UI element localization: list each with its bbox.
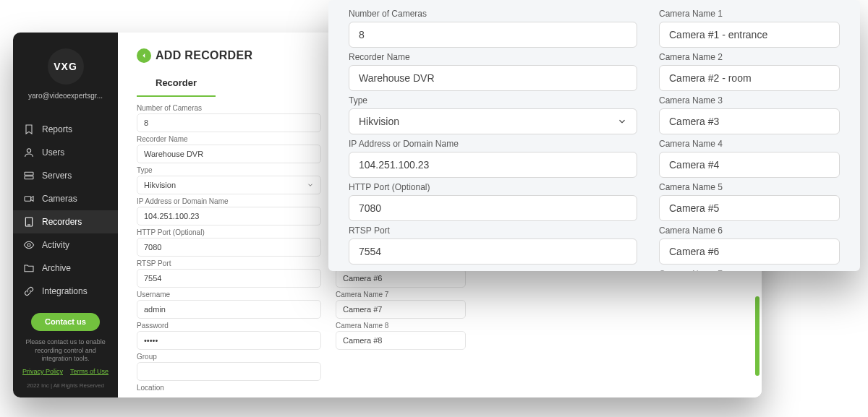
overlay-left-column: Number of Cameras Recorder Name Type Hik… [349,9,637,271]
sidebar-item-label: Users [42,147,64,158]
sidebar-note: Please contact us to enable recording co… [13,338,118,364]
camera-name-label: Camera Name 2 [659,52,840,62]
sidebar-item-label: Archive [42,263,71,273]
camera-name-input[interactable] [659,195,840,221]
type-select[interactable]: Hikvision [349,108,637,134]
scrollbar-thumb[interactable] [755,296,760,376]
folder-icon [23,262,35,274]
account-email: yaro@videoexpertsgr... [28,92,103,100]
overlay-form-panel: Number of Cameras Recorder Name Type Hik… [328,0,860,271]
camera-name-input[interactable] [336,331,466,350]
contact-us-button[interactable]: Contact us [31,313,100,331]
num-cameras-label: Number of Cameras [137,104,321,112]
sidebar-item-servers[interactable]: Servers [13,164,118,187]
camera-name-input[interactable] [659,238,840,265]
num-cameras-label: Number of Cameras [349,9,637,19]
http-port-label: HTTP Port (Optional) [137,228,321,236]
sidebar-item-reports[interactable]: Reports [13,118,118,141]
recorder-name-label: Recorder Name [349,52,637,62]
recorder-icon [23,216,35,228]
http-port-label: HTTP Port (Optional) [349,182,637,192]
sidebar-item-integrations[interactable]: Integrations [13,280,118,303]
camera-name-input[interactable] [336,300,466,319]
password-label: Password [137,322,321,330]
privacy-policy-link[interactable]: Privacy Policy [22,368,63,375]
camera-name-label: Camera Name 8 [336,322,466,330]
camera-name-label: Camera Name 5 [659,182,840,192]
sidebar: VXG yaro@videoexpertsgr... Reports Users… [13,33,118,397]
password-input[interactable] [137,331,321,350]
type-value: Hikvision [359,116,399,127]
svg-point-6 [27,244,30,246]
location-label: Location [137,384,321,392]
sidebar-item-activity[interactable]: Activity [13,233,118,257]
rtsp-port-input[interactable] [349,238,637,265]
page-title: ADD RECORDER [156,49,252,62]
logo-text: VXG [54,61,77,72]
num-cameras-input[interactable] [349,22,637,48]
rtsp-port-input[interactable] [137,269,321,288]
camera-name-label: Camera Name 6 [659,225,840,236]
recorder-name-input[interactable] [137,145,321,163]
type-label: Type [349,95,637,106]
camera-name-label: Camera Name 7 [336,291,466,298]
sidebar-item-recorders[interactable]: Recorders [13,210,118,233]
http-port-input[interactable] [349,195,637,221]
sidebar-item-archive[interactable]: Archive [13,257,118,280]
camera-name-input[interactable] [336,269,466,288]
http-port-input[interactable] [137,238,321,257]
group-input[interactable] [137,362,321,381]
chevron-left-icon [140,52,148,59]
chevron-down-icon [307,181,314,189]
sidebar-nav: Reports Users Servers Cameras Recorders [13,118,118,303]
username-label: Username [137,291,321,298]
chevron-down-icon [617,116,627,126]
form-column-left: Number of Cameras Recorder Name Type Hik… [137,104,321,397]
sidebar-item-label: Activity [42,240,69,250]
sidebar-item-users[interactable]: Users [13,141,118,164]
ip-input[interactable] [349,152,637,178]
svg-rect-1 [25,172,33,175]
tab-recorder[interactable]: Recorder [137,70,216,97]
type-label: Type [137,166,321,174]
camera-icon [23,193,35,205]
sidebar-item-label: Integrations [42,286,88,296]
svg-point-0 [27,149,30,152]
svg-rect-3 [25,197,31,202]
brand-logo: VXG [48,48,84,85]
sidebar-item-label: Reports [42,124,72,134]
brand-block: VXG yaro@videoexpertsgr... [13,33,118,107]
rtsp-port-label: RTSP Port [349,225,637,236]
type-select[interactable]: Hikvision [137,176,321,194]
camera-name-label: Camera Name 4 [659,139,840,149]
camera-name-input[interactable] [659,22,840,48]
group-label: Group [137,353,321,361]
link-icon [23,285,35,297]
recorder-name-input[interactable] [349,65,637,91]
eye-icon [23,239,35,251]
sidebar-item-label: Servers [42,171,72,181]
copyright-text: 2022 Inc | All Rights Reserved [13,382,118,389]
recorder-name-label: Recorder Name [137,135,321,143]
ip-label: IP Address or Domain Name [349,139,637,149]
camera-name-label-partial: Camera Name 7 [659,269,840,271]
ip-input[interactable] [137,207,321,225]
server-icon [23,170,35,181]
ip-label: IP Address or Domain Name [137,197,321,205]
camera-name-input[interactable] [659,65,840,91]
type-value: Hikvision [144,181,176,189]
back-button[interactable] [137,48,151,63]
username-input[interactable] [137,300,321,319]
sidebar-item-cameras[interactable]: Cameras [13,187,118,210]
terms-of-use-link[interactable]: Terms of Use [70,368,109,375]
num-cameras-input[interactable] [137,113,321,132]
svg-rect-2 [25,176,33,179]
camera-name-label: Camera Name 1 [659,9,840,19]
camera-name-label: Camera Name 3 [659,95,840,106]
camera-name-input[interactable] [659,108,840,134]
camera-name-input[interactable] [659,152,840,178]
sidebar-item-label: Cameras [42,194,77,204]
sidebar-item-label: Recorders [42,217,82,227]
overlay-right-column: Camera Name 1 Camera Name 2 Camera Name … [659,9,840,271]
user-icon [23,147,35,158]
